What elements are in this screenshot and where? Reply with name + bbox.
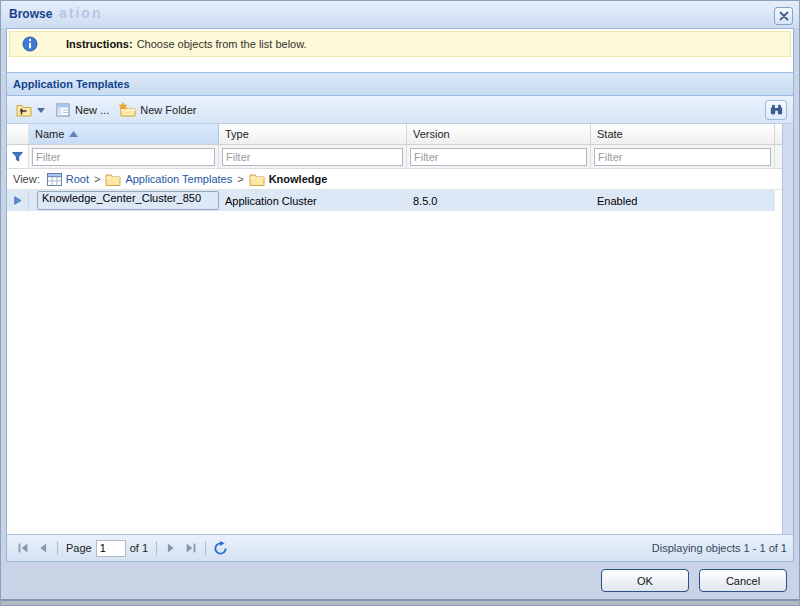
instructions-text: Choose objects from the list below.: [137, 38, 307, 50]
new-folder-button[interactable]: New Folder: [114, 99, 201, 121]
table-row[interactable]: Knowledge_Center_Cluster_850 Application…: [7, 190, 793, 211]
grid-empty-area: [7, 211, 793, 534]
filter-input-state[interactable]: [594, 148, 771, 166]
filter-input-version[interactable]: [410, 148, 587, 166]
last-page-button[interactable]: [181, 538, 201, 558]
folder-icon: [105, 173, 121, 186]
row-marker-icon: [12, 195, 23, 206]
dialog-titlebar: ation Browse: [1, 1, 799, 28]
instructions-banner: Instructions: Choose objects from the li…: [9, 31, 791, 57]
column-header-state[interactable]: State: [591, 124, 775, 144]
breadcrumb-application-templates-link[interactable]: Application Templates: [105, 173, 232, 186]
prev-page-button[interactable]: [33, 538, 53, 558]
cancel-button[interactable]: Cancel: [699, 569, 787, 592]
breadcrumb: View: Root > Application Te: [7, 169, 793, 190]
breadcrumb-separator: >: [94, 173, 100, 185]
new-button-label: New ...: [75, 104, 109, 116]
folder-icon: [249, 173, 265, 186]
panel-title: Application Templates: [13, 78, 130, 90]
refresh-button[interactable]: [210, 538, 230, 558]
search-button[interactable]: [765, 100, 787, 120]
ok-button[interactable]: OK: [601, 569, 689, 592]
filter-input-type[interactable]: [222, 148, 403, 166]
new-folder-button-label: New Folder: [140, 104, 196, 116]
breadcrumb-root-link[interactable]: Root: [47, 173, 89, 186]
page-label: Page: [66, 542, 92, 554]
filter-funnel-icon: [11, 150, 24, 163]
instructions-label: Instructions:: [66, 38, 133, 50]
close-button[interactable]: [774, 7, 793, 25]
chevron-down-icon: [37, 107, 45, 113]
new-button[interactable]: New ...: [50, 99, 114, 121]
view-label: View:: [13, 173, 40, 185]
new-folder-icon: [119, 102, 136, 118]
column-header-version[interactable]: Version: [407, 124, 591, 144]
dialog-footer: OK Cancel: [1, 562, 799, 599]
breadcrumb-separator: >: [237, 173, 243, 185]
grid-filter-row: [7, 145, 793, 169]
close-icon: [779, 11, 789, 21]
refresh-icon: [213, 541, 228, 556]
dialog-bottom-shadow: [1, 601, 799, 605]
filter-input-name[interactable]: [32, 148, 215, 166]
grid-toolbar: New ... New Folder: [7, 96, 793, 124]
folder-up-icon: [16, 102, 32, 118]
cell-type: Application Cluster: [219, 190, 407, 211]
status-text: Displaying objects 1 - 1 of 1: [652, 542, 787, 554]
cell-name[interactable]: Knowledge_Center_Cluster_850: [37, 191, 219, 210]
application-templates-panel: Application Templates New ...: [7, 72, 793, 561]
grid-scrollbar[interactable]: [782, 124, 793, 534]
first-page-button[interactable]: [13, 538, 33, 558]
paging-toolbar: Page of 1 Displaying objects 1 - 1 of 1: [7, 534, 793, 561]
panel-header: Application Templates: [7, 73, 793, 96]
next-page-button[interactable]: [161, 538, 181, 558]
page-number-input[interactable]: [96, 540, 126, 557]
sort-asc-icon: [69, 131, 78, 137]
cell-state: Enabled: [591, 190, 775, 211]
new-item-icon: [55, 102, 71, 118]
column-header-type[interactable]: Type: [219, 124, 407, 144]
dialog-content: Instructions: Choose objects from the li…: [6, 28, 794, 562]
dialog-title: Browse: [9, 7, 52, 21]
grid-header-row: Name Type Version State: [7, 124, 793, 145]
up-folder-button[interactable]: [11, 99, 50, 121]
root-grid-icon: [47, 173, 62, 186]
background-ghost-text: ation: [59, 5, 102, 21]
info-icon: [22, 36, 38, 52]
breadcrumb-current-folder: Knowledge: [249, 173, 328, 186]
objects-grid: Name Type Version State: [7, 124, 793, 534]
browse-dialog: ation Browse Instructions: Choose object…: [0, 0, 800, 606]
page-of-label: of 1: [130, 542, 148, 554]
column-header-name[interactable]: Name: [29, 124, 219, 144]
binoculars-icon: [770, 103, 783, 116]
cell-version: 8.5.0: [407, 190, 591, 211]
